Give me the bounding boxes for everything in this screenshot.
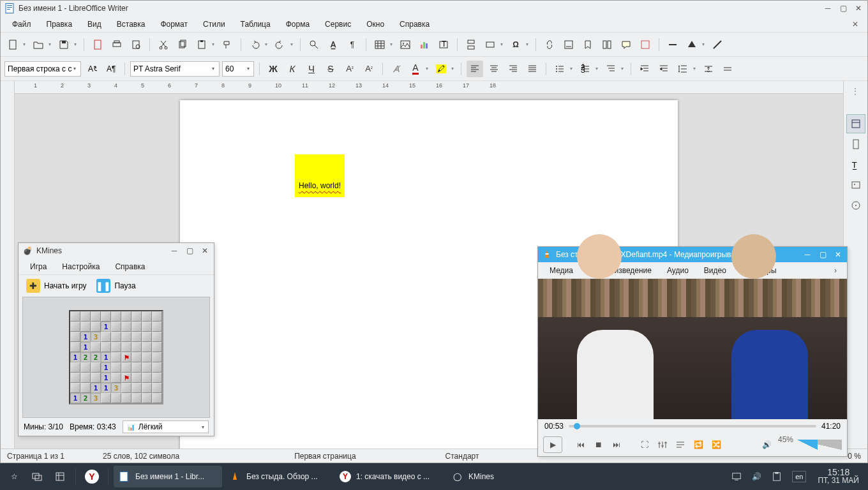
time-elapsed[interactable]: 00:53 <box>544 422 564 431</box>
mine-cell[interactable] <box>142 342 152 352</box>
align-justify-button[interactable] <box>524 61 541 77</box>
minimize-button[interactable]: ─ <box>802 249 812 260</box>
italic-button[interactable]: К <box>284 61 301 77</box>
mine-cell[interactable] <box>101 311 111 322</box>
line-button[interactable] <box>664 36 681 53</box>
mine-cell[interactable] <box>91 311 101 322</box>
align-right-button[interactable] <box>505 61 521 77</box>
taskbar-item-vlc[interactable]: Без стыда. Обзор ... <box>225 466 333 487</box>
mute-button[interactable]: 🔊 <box>760 438 774 452</box>
mine-cell[interactable]: ⚑ <box>121 373 131 383</box>
mine-cell[interactable] <box>131 362 142 373</box>
kmines-board[interactable]: 11311221⚑11⚑113123 <box>69 310 163 405</box>
sidebar-page-icon[interactable] <box>846 135 865 154</box>
tray-clipboard-icon[interactable] <box>768 466 786 487</box>
special-char-button[interactable]: Ω <box>507 36 524 53</box>
kmines-titlebar[interactable]: 💣 KMines ─ ▢ ✕ <box>19 243 214 258</box>
insert-chart-button[interactable] <box>416 36 433 53</box>
horizontal-ruler[interactable]: 123456789101112131415161718 <box>15 81 843 94</box>
mine-cell[interactable] <box>131 311 142 322</box>
print-button[interactable] <box>108 36 125 53</box>
mine-cell[interactable] <box>101 342 111 352</box>
minimize-button[interactable]: ─ <box>823 3 833 13</box>
mine-cell[interactable]: 1 <box>70 393 80 403</box>
menu-Вставка[interactable]: Вставка <box>109 17 153 31</box>
loop-button[interactable]: 🔁 <box>691 438 705 452</box>
mine-cell[interactable] <box>152 342 162 352</box>
redo-button[interactable] <box>272 36 288 53</box>
sidebar-handle-icon[interactable]: ⋮ <box>851 84 860 99</box>
mine-cell[interactable] <box>111 362 121 373</box>
mine-cell[interactable] <box>131 352 142 362</box>
close-button[interactable]: ✕ <box>833 249 843 260</box>
vlc-video-area[interactable] <box>538 279 847 419</box>
new-game-button[interactable]: ✚ Начать игру <box>22 277 90 295</box>
underline-button[interactable]: Ч <box>303 61 320 77</box>
mine-cell[interactable]: ⚑ <box>121 352 131 362</box>
tray-clock[interactable]: 15:18 ПТ, 31 МАЙ <box>812 468 864 485</box>
mine-cell[interactable] <box>152 383 162 393</box>
menu-Вид[interactable]: Вид <box>80 17 109 31</box>
shuffle-button[interactable]: 🔀 <box>709 438 723 452</box>
mine-cell[interactable] <box>152 373 162 383</box>
mine-cell[interactable] <box>70 342 80 352</box>
sidebar-styles-icon[interactable]: T̲ <box>846 155 865 174</box>
mine-cell[interactable] <box>80 322 91 332</box>
mine-cell[interactable] <box>152 362 162 373</box>
mine-cell[interactable] <box>131 373 142 383</box>
close-button[interactable]: ✕ <box>853 3 864 13</box>
menu-Сервис[interactable]: Сервис <box>317 17 359 31</box>
mine-cell[interactable] <box>152 352 162 362</box>
mine-cell[interactable] <box>131 332 142 342</box>
bold-button[interactable]: Ж <box>265 61 281 77</box>
mine-cell[interactable] <box>142 311 152 322</box>
print-preview-button[interactable] <box>128 36 144 53</box>
menu-Справка[interactable]: Справка <box>392 17 437 31</box>
cross-ref-button[interactable] <box>599 36 615 53</box>
mine-cell[interactable] <box>121 311 131 322</box>
files-button[interactable] <box>50 466 70 487</box>
menu-Формат[interactable]: Формат <box>153 17 195 31</box>
hyperlink-button[interactable] <box>541 36 558 53</box>
mine-cell[interactable] <box>111 311 121 322</box>
align-left-button[interactable] <box>467 61 483 77</box>
mine-cell[interactable] <box>131 383 142 393</box>
comment-button[interactable] <box>618 36 634 53</box>
mine-cell[interactable] <box>70 373 80 383</box>
undo-button[interactable] <box>246 36 263 53</box>
align-center-button[interactable] <box>486 61 502 77</box>
mine-cell[interactable]: 3 <box>91 332 101 342</box>
status-page-style[interactable]: Первая страница <box>294 452 355 461</box>
superscript-button[interactable]: A² <box>341 61 358 77</box>
tray-display-icon[interactable] <box>728 466 745 487</box>
taskbar-item-kmines[interactable]: ◯ KMines <box>447 466 530 487</box>
mine-cell[interactable] <box>70 332 80 342</box>
mine-cell[interactable] <box>101 393 111 403</box>
spellcheck-button[interactable]: A̲ <box>325 36 341 53</box>
tray-language[interactable]: en <box>788 466 810 487</box>
menu-Файл[interactable]: Файл <box>4 17 39 31</box>
mine-cell[interactable]: 1 <box>70 352 80 362</box>
menu-Видео[interactable]: Видео <box>696 264 734 278</box>
mine-cell[interactable] <box>152 393 162 403</box>
maximize-button[interactable]: ▢ <box>838 3 848 13</box>
insert-image-button[interactable] <box>397 36 414 53</box>
copy-button[interactable] <box>174 36 191 53</box>
seek-slider[interactable] <box>569 425 816 427</box>
mine-cell[interactable] <box>142 393 152 403</box>
paste-button[interactable] <box>193 36 210 53</box>
cut-button[interactable] <box>155 36 172 53</box>
mine-cell[interactable] <box>101 332 111 342</box>
mine-cell[interactable]: 1 <box>80 342 91 352</box>
sidebar-gallery-icon[interactable] <box>846 175 865 195</box>
menu-Форма[interactable]: Форма <box>278 17 317 31</box>
status-word-count[interactable]: 25 слов, 102 символа <box>103 452 179 461</box>
task-view-button[interactable] <box>27 466 47 487</box>
line-spacing-button[interactable] <box>675 61 691 77</box>
mine-cell[interactable] <box>70 362 80 373</box>
font-color-button[interactable]: A <box>407 61 424 77</box>
mine-cell[interactable] <box>152 332 162 342</box>
font-size-combo[interactable]: ▾ <box>222 61 254 77</box>
footnote-button[interactable] <box>560 36 577 53</box>
insert-textbox-button[interactable]: T <box>435 36 452 53</box>
